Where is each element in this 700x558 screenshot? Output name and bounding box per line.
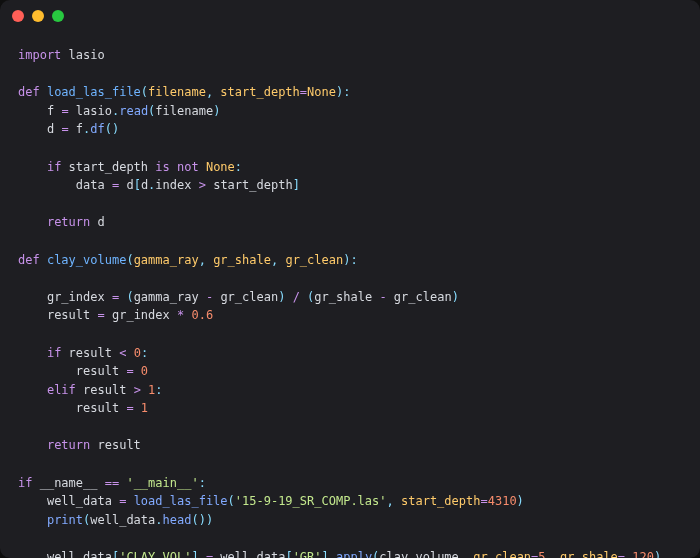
token-op: = bbox=[618, 550, 625, 558]
code-line[interactable]: def load_las_file(filename, start_depth=… bbox=[18, 83, 682, 102]
token-k: if bbox=[47, 160, 61, 174]
code-line[interactable]: result = gr_index * 0.6 bbox=[18, 306, 682, 325]
token-space bbox=[18, 122, 47, 136]
token-c: None bbox=[307, 85, 336, 99]
token-space bbox=[18, 438, 47, 452]
token-p: gamma_ray bbox=[134, 253, 199, 267]
token-id: filename bbox=[155, 104, 213, 118]
token-space bbox=[18, 346, 47, 360]
token-space bbox=[199, 550, 206, 558]
token-call: print bbox=[47, 513, 83, 527]
token-punc: : bbox=[199, 476, 206, 490]
token-k: return bbox=[47, 438, 90, 452]
code-line[interactable]: if result < 0: bbox=[18, 344, 682, 363]
token-op: = bbox=[98, 308, 105, 322]
token-p: gr_shale bbox=[560, 550, 618, 558]
token-c: None bbox=[206, 160, 235, 174]
code-line[interactable]: import lasio bbox=[18, 46, 682, 65]
token-id: clay_volume bbox=[379, 550, 458, 558]
token-space bbox=[18, 513, 47, 527]
token-s: '__main__' bbox=[126, 476, 198, 490]
token-space bbox=[76, 383, 83, 397]
token-id: result bbox=[76, 401, 119, 415]
token-space bbox=[134, 401, 141, 415]
code-line[interactable] bbox=[18, 269, 682, 288]
token-punc: [ bbox=[285, 550, 292, 558]
code-line[interactable]: result = 1 bbox=[18, 399, 682, 418]
token-space bbox=[18, 550, 47, 558]
code-line[interactable]: well_data = load_las_file('15-9-19_SR_CO… bbox=[18, 492, 682, 511]
token-op: / bbox=[293, 290, 300, 304]
token-fn: load_las_file bbox=[47, 85, 141, 99]
token-op: - bbox=[379, 290, 386, 304]
code-line[interactable] bbox=[18, 232, 682, 251]
token-k: is not bbox=[155, 160, 198, 174]
token-id: result bbox=[47, 308, 90, 322]
code-line[interactable] bbox=[18, 139, 682, 158]
close-icon[interactable] bbox=[12, 10, 24, 22]
token-space bbox=[553, 550, 560, 558]
code-line[interactable]: elif result > 1: bbox=[18, 381, 682, 400]
code-line[interactable]: data = d[d.index > start_depth] bbox=[18, 176, 682, 195]
maximize-icon[interactable] bbox=[52, 10, 64, 22]
code-line[interactable]: if start_depth is not None: bbox=[18, 158, 682, 177]
token-space bbox=[18, 215, 47, 229]
token-space bbox=[387, 290, 394, 304]
token-id: gr_index bbox=[47, 290, 105, 304]
token-s: 'GR' bbox=[293, 550, 322, 558]
code-line[interactable]: def clay_volume(gamma_ray, gr_shale, gr_… bbox=[18, 251, 682, 270]
token-k: import bbox=[18, 48, 61, 62]
code-line[interactable]: f = lasio.read(filename) bbox=[18, 102, 682, 121]
token-space bbox=[61, 346, 68, 360]
code-line[interactable]: return d bbox=[18, 213, 682, 232]
token-id: well_data bbox=[90, 513, 155, 527]
token-k: if bbox=[18, 476, 32, 490]
token-space bbox=[105, 290, 112, 304]
code-line[interactable]: well_data['CLAY_VOL'] = well_data['GR'].… bbox=[18, 548, 682, 558]
token-space bbox=[69, 104, 76, 118]
token-punc: ( bbox=[126, 253, 133, 267]
token-op: = bbox=[61, 104, 68, 118]
code-line[interactable] bbox=[18, 65, 682, 84]
token-n: 0 bbox=[134, 346, 141, 360]
code-line[interactable] bbox=[18, 455, 682, 474]
code-editor[interactable]: import lasio def load_las_file(filename,… bbox=[0, 32, 700, 558]
token-id: data bbox=[76, 178, 105, 192]
code-line[interactable] bbox=[18, 325, 682, 344]
token-id: gr_shale bbox=[314, 290, 372, 304]
token-space bbox=[61, 160, 68, 174]
token-id: index bbox=[155, 178, 191, 192]
token-punc: , bbox=[199, 253, 206, 267]
token-n: 0 bbox=[141, 364, 148, 378]
code-line[interactable] bbox=[18, 418, 682, 437]
token-p: filename bbox=[148, 85, 206, 99]
token-op: = bbox=[61, 122, 68, 136]
token-space bbox=[105, 308, 112, 322]
token-space bbox=[191, 178, 198, 192]
code-line[interactable]: d = f.df() bbox=[18, 120, 682, 139]
code-line[interactable]: result = 0 bbox=[18, 362, 682, 381]
token-punc: ): bbox=[336, 85, 350, 99]
code-line[interactable]: if __name__ == '__main__': bbox=[18, 474, 682, 493]
token-call: df bbox=[90, 122, 104, 136]
token-id: result bbox=[98, 438, 141, 452]
titlebar bbox=[0, 0, 700, 32]
token-n: 120 bbox=[632, 550, 654, 558]
token-space bbox=[394, 494, 401, 508]
code-line[interactable] bbox=[18, 195, 682, 214]
token-id: result bbox=[76, 364, 119, 378]
token-space bbox=[18, 104, 47, 118]
token-punc: : bbox=[235, 160, 242, 174]
token-id: gr_clean bbox=[220, 290, 278, 304]
token-id: lasio bbox=[76, 104, 112, 118]
token-space bbox=[18, 290, 47, 304]
minimize-icon[interactable] bbox=[32, 10, 44, 22]
token-k: def bbox=[18, 253, 40, 267]
code-line[interactable]: gr_index = (gamma_ray - gr_clean) / (gr_… bbox=[18, 288, 682, 307]
token-punc: ]. bbox=[322, 550, 336, 558]
token-id: gr_clean bbox=[394, 290, 452, 304]
code-line[interactable]: return result bbox=[18, 436, 682, 455]
token-k: if bbox=[47, 346, 61, 360]
code-line[interactable]: print(well_data.head()) bbox=[18, 511, 682, 530]
code-line[interactable] bbox=[18, 529, 682, 548]
